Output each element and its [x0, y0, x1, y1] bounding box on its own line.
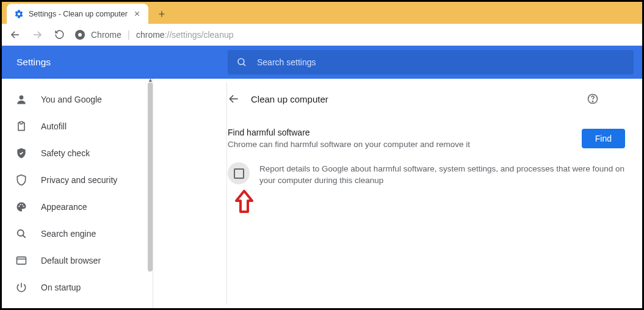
section-title: Clean up computer [251, 94, 575, 104]
gear-icon [14, 9, 24, 19]
sidebar-item-autofill[interactable]: Autofill [2, 113, 153, 140]
sidebar-item-label: Safety check [41, 148, 90, 158]
svg-point-2 [18, 206, 20, 207]
sidebar-item-label: You and Google [41, 95, 102, 104]
sidebar-item-label: Default browser [41, 256, 101, 265]
svg-point-3 [20, 204, 21, 205]
reload-icon[interactable] [51, 26, 68, 43]
close-icon[interactable] [132, 9, 142, 19]
power-icon [15, 281, 27, 294]
browser-tab-active[interactable]: Settings - Clean up computer [7, 4, 148, 24]
find-harmful-subtitle: Chrome can find harmful software on your… [228, 140, 567, 149]
back-icon[interactable] [7, 26, 24, 43]
search-icon [15, 228, 27, 240]
sidebar-item-search-engine[interactable]: Search engine [2, 220, 153, 247]
address-path: chrome://settings/cleanup [136, 30, 234, 40]
sidebar-item-label: Privacy and security [41, 175, 117, 185]
report-description: Report details to Google about harmful s… [259, 162, 625, 187]
shield-icon [15, 174, 27, 186]
svg-point-9 [592, 101, 593, 102]
scrollbar-thumb[interactable] [148, 82, 153, 272]
sidebar-item-you-and-google[interactable]: You and Google [2, 86, 153, 113]
svg-point-6 [18, 230, 24, 236]
svg-rect-7 [17, 257, 26, 264]
address-separator: | [128, 29, 130, 40]
new-tab-button[interactable] [153, 5, 170, 23]
sidebar-item-on-startup[interactable]: On startup [2, 274, 153, 301]
search-icon [236, 57, 247, 68]
svg-point-4 [22, 204, 23, 205]
clipboard-icon [15, 120, 27, 132]
sidebar-item-default-browser[interactable]: Default browser [2, 247, 153, 274]
sidebar-item-label: Appearance [41, 202, 87, 212]
sidebar-item-label: Autofill [41, 121, 67, 131]
browser-tabstrip: Settings - Clean up computer [2, 2, 642, 24]
sidebar: ▲ You and Google Autofill Safety check [2, 79, 153, 308]
checkbox-icon [234, 168, 244, 179]
back-button[interactable] [228, 93, 240, 105]
search-settings-box[interactable] [228, 50, 634, 74]
sidebar-item-label: Search engine [41, 229, 96, 239]
address-bar[interactable]: Chrome | chrome://settings/cleanup [75, 29, 234, 40]
svg-point-0 [238, 59, 244, 65]
sidebar-item-privacy-and-security[interactable]: Privacy and security [2, 167, 153, 193]
person-icon [15, 93, 27, 106]
breadcrumb: Clean up computer [228, 79, 642, 117]
browser-icon [15, 254, 27, 267]
svg-point-1 [20, 95, 24, 99]
sidebar-item-appearance[interactable]: Appearance [2, 193, 153, 220]
search-input[interactable] [257, 57, 625, 67]
svg-point-5 [23, 206, 24, 207]
help-icon[interactable] [586, 92, 599, 106]
sidebar-item-label: On startup [41, 283, 81, 292]
shield-check-icon [15, 147, 27, 159]
forward-icon [29, 26, 46, 43]
tab-title: Settings - Clean up computer [29, 10, 128, 18]
find-button[interactable]: Find [582, 129, 625, 148]
chrome-icon [75, 30, 85, 40]
settings-header: Settings [2, 46, 642, 79]
browser-toolbar: Chrome | chrome://settings/cleanup [2, 24, 642, 46]
page-title: Settings [2, 57, 228, 68]
palette-icon [15, 201, 27, 213]
sidebar-item-safety-check[interactable]: Safety check [2, 140, 153, 167]
find-harmful-title: Find harmful software [228, 128, 567, 137]
address-origin: Chrome [91, 30, 121, 40]
report-checkbox[interactable] [228, 162, 250, 184]
